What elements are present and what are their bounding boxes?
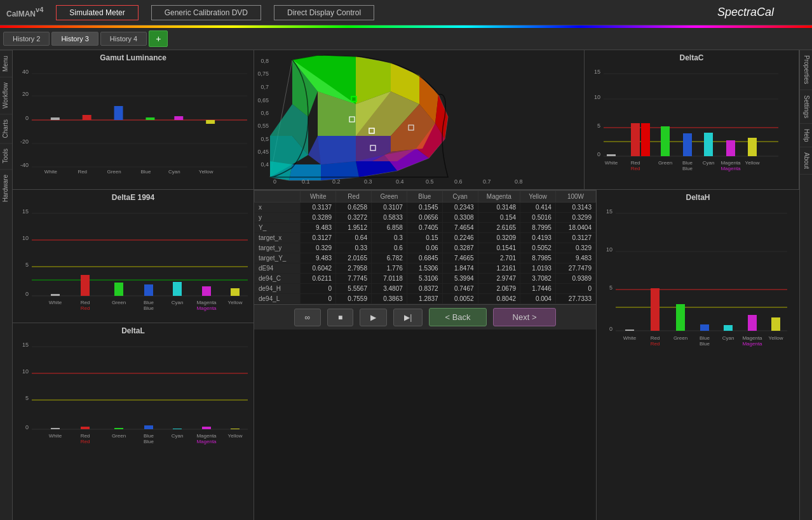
table-cell-label: target_x	[255, 233, 301, 243]
table-cell-value: 0.33	[336, 243, 372, 253]
svg-text:Yellow: Yellow	[199, 169, 213, 175]
svg-text:White: White	[605, 160, 618, 166]
sidebar-item-settings[interactable]: Settings	[800, 90, 812, 124]
play-button[interactable]: ▶	[360, 309, 387, 326]
svg-text:0: 0	[25, 115, 29, 121]
svg-text:0,6: 0,6	[261, 110, 269, 116]
next-button[interactable]: Next >	[493, 308, 557, 326]
table-cell-value: 0.6845	[407, 253, 442, 263]
svg-text:0,7: 0,7	[261, 84, 269, 90]
sidebar-item-charts[interactable]: Charts	[0, 114, 12, 143]
col-header-yellow: Yellow	[520, 191, 556, 203]
tab-history3[interactable]: History 3	[51, 32, 98, 46]
svg-text:Red: Red	[78, 174, 87, 175]
svg-text:Blue: Blue	[700, 335, 710, 341]
svg-rect-162	[651, 288, 660, 331]
svg-text:Yellow: Yellow	[745, 160, 760, 166]
svg-rect-137	[114, 428, 123, 429]
table-cell-value: 7.0118	[371, 274, 407, 284]
gamut-luminance-chart: 40 20 0 -20 -40	[16, 64, 250, 175]
sidebar-item-about[interactable]: About	[800, 147, 812, 175]
sidebar-item-tools[interactable]: Tools	[0, 143, 12, 168]
table-row: Y_9.4831.95126.8580.74057.46542.61658.79…	[255, 223, 596, 233]
col-header-magenta: Magenta	[478, 191, 520, 203]
svg-rect-89	[726, 140, 735, 156]
simulated-meter-box[interactable]: Simulated Meter	[56, 5, 138, 20]
table-cell-value: 0.3137	[301, 203, 336, 213]
svg-rect-140	[202, 427, 211, 429]
sidebar-item-help[interactable]: Help	[800, 124, 812, 148]
deltac-panel: DeltaC 15 10 5 0	[585, 50, 799, 189]
col-header-100w: 100W	[555, 191, 595, 203]
svg-rect-90	[748, 138, 757, 156]
col-header-label	[255, 191, 301, 203]
table-cell-value: 0.15	[407, 233, 442, 243]
svg-rect-115	[202, 286, 211, 296]
table-cell-value: 1.8474	[442, 263, 478, 274]
svg-rect-167	[771, 317, 780, 331]
svg-text:5: 5	[25, 262, 29, 268]
svg-text:-40: -40	[20, 162, 29, 168]
deltae-panel: DeltaE 1994 15 10 5 0	[13, 190, 254, 323]
step-button[interactable]: ▶|	[393, 309, 423, 326]
data-table: White Red Green Blue Cyan Magenta Yellow…	[254, 190, 596, 304]
table-cell-value: 0.1541	[478, 243, 520, 253]
stop-button[interactable]: ■	[327, 309, 353, 326]
table-cell-value: 0.329	[555, 243, 595, 253]
table-cell-value: 0.3287	[442, 243, 478, 253]
svg-text:15: 15	[606, 208, 612, 215]
svg-rect-12	[83, 115, 91, 120]
table-cell-value: 0.5016	[520, 213, 556, 223]
table-cell-value: 6.858	[371, 223, 407, 233]
table-cell-label: target_Y_	[255, 253, 301, 263]
svg-text:Blue: Blue	[682, 160, 693, 166]
tab-history4[interactable]: History 4	[100, 32, 147, 46]
svg-rect-88	[704, 133, 713, 156]
table-cell-value: 0.0052	[442, 294, 478, 304]
table-cell-value: 2.7958	[336, 263, 372, 274]
generic-calib-box[interactable]: Generic Calibration DVD	[151, 5, 261, 20]
table-cell-value: 5.5567	[336, 284, 372, 294]
table-cell-value: 0.154	[478, 213, 520, 223]
top-bar: CalMANv4 Simulated Meter Generic Calibra…	[0, 0, 812, 25]
svg-text:Red: Red	[651, 341, 660, 347]
svg-text:0: 0	[597, 151, 600, 157]
right-sidebar: Properties Settings Help About	[799, 50, 812, 520]
svg-text:Yellow: Yellow	[228, 433, 243, 439]
table-cell-value: 0.3	[371, 233, 407, 243]
svg-text:Red: Red	[81, 300, 90, 305]
table-row: y0.32890.32720.58330.06560.33080.1540.50…	[255, 213, 596, 223]
table-cell-value: 1.7446	[520, 284, 556, 294]
svg-point-64	[353, 98, 355, 100]
svg-text:0,75: 0,75	[257, 70, 269, 77]
tab-history2[interactable]: History 2	[3, 32, 50, 46]
svg-rect-164	[700, 324, 709, 331]
tab-bar: History 2 History 3 History 4 +	[0, 28, 812, 50]
col-header-red: Red	[336, 191, 372, 203]
table-cell-value: 0.3127	[301, 233, 336, 243]
svg-text:0,1: 0,1	[302, 178, 310, 183]
col-header-cyan: Cyan	[442, 191, 478, 203]
infinity-button[interactable]: ∞	[294, 309, 321, 326]
table-cell-value: 0.004	[520, 294, 556, 304]
svg-text:15: 15	[22, 342, 29, 348]
svg-text:Cyan: Cyan	[703, 160, 715, 166]
svg-text:40: 40	[22, 69, 29, 75]
table-cell-value: 0.5052	[520, 243, 556, 253]
svg-text:Green: Green	[658, 160, 672, 166]
table-cell-value: 0.3299	[555, 213, 595, 223]
svg-rect-84	[631, 123, 640, 156]
back-button[interactable]: < Back	[429, 308, 486, 326]
tab-add-button[interactable]: +	[149, 30, 168, 47]
sidebar-item-properties[interactable]: Properties	[800, 50, 812, 90]
direct-display-box[interactable]: Direct Display Control	[274, 5, 374, 20]
table-cell-value: 6.782	[371, 253, 407, 263]
svg-text:0,65: 0,65	[257, 97, 269, 103]
sidebar-item-menu[interactable]: Menu	[0, 50, 12, 77]
sidebar-item-hardware[interactable]: Hardware	[0, 169, 12, 207]
table-row: target_Y_9.4832.01656.7820.68457.46652.7…	[255, 253, 596, 263]
table-cell-value: 7.4665	[442, 253, 478, 263]
sidebar-item-workflow[interactable]: Workflow	[0, 77, 12, 114]
table-cell-value: 0.3308	[442, 213, 478, 223]
svg-marker-55	[318, 136, 356, 164]
